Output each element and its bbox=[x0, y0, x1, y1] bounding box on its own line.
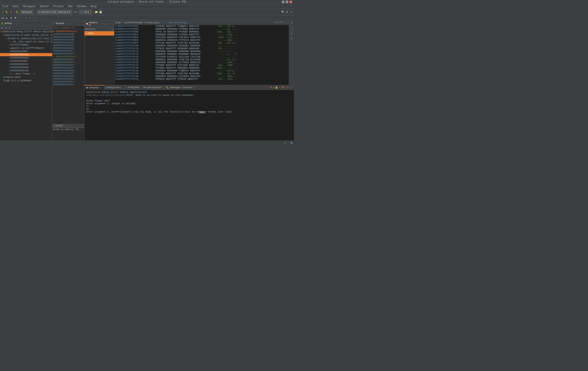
disass-row-13[interactable]: 000055555555eaff: bbox=[52, 66, 84, 69]
console-clear-icon[interactable]: ✕ bbox=[273, 86, 274, 89]
menu-project[interactable]: Project bbox=[52, 4, 65, 8]
debug-close[interactable]: ✕ bbox=[13, 22, 15, 25]
skip-icon[interactable]: ⏮ bbox=[1, 16, 4, 20]
right-icon-1[interactable]: A bbox=[289, 21, 294, 26]
disass-row-7[interactable]: 000055555555eaf1: bbox=[52, 50, 84, 52]
console-tab-close[interactable]: ✕ bbox=[101, 87, 102, 89]
status-icon-2[interactable]: ↑ bbox=[287, 142, 288, 144]
small-panel-close[interactable]: ✕ bbox=[65, 125, 66, 127]
menu-run[interactable]: Run bbox=[67, 4, 74, 8]
tree-stack-0[interactable]: ≡ __GI__libc_read() at read.c:27 0x7fff.… bbox=[0, 40, 52, 44]
tree-stack-7[interactable]: ≡ 0x555555559c37 bbox=[0, 63, 52, 66]
disass-max[interactable]: □ bbox=[71, 22, 73, 24]
console-stop-icon[interactable]: ■ bbox=[271, 86, 272, 89]
other-icon[interactable]: ≡ bbox=[290, 11, 293, 14]
console-new-tab[interactable]: + bbox=[285, 86, 286, 89]
search-top-icon[interactable]: 🔍 bbox=[281, 11, 284, 14]
collapse-all-icon[interactable]: ⊟ bbox=[4, 26, 8, 30]
disass-row-17[interactable]: 000055555555eb11: bbox=[52, 78, 84, 80]
console-word-wrap[interactable]: ↩ bbox=[279, 86, 280, 89]
debug-perspective-icon[interactable]: 🐛 bbox=[16, 11, 19, 14]
disass-row-4[interactable]: 000055555555eadf: bbox=[52, 41, 84, 44]
tree-stack-4[interactable]: ≡ 0x55555555eaca bbox=[0, 53, 52, 56]
settings-icon[interactable]: ⚙ bbox=[69, 11, 70, 14]
console-output[interactable]: adventure6 Debug [C/C++ Remote Applicati… bbox=[84, 90, 294, 141]
tree-gdb[interactable]: 🔧 gdb (8.1.0.20180409) bbox=[0, 79, 52, 82]
resume-icon[interactable]: ▶ bbox=[5, 16, 9, 20]
menu-search[interactable]: Search bbox=[38, 4, 50, 8]
target-dropdown[interactable]: ⚙ adventure6 Debug ▼ ⚙ bbox=[37, 10, 72, 14]
tree-item-adventure6[interactable]: ▶ adventure6 Debug [C/C++ Remote Applica… bbox=[0, 30, 52, 33]
tab-registers[interactable]: ⊞ Registers bbox=[104, 85, 124, 89]
menu-window[interactable]: Window bbox=[76, 4, 87, 8]
disass-row-6[interactable]: 000055555555eaea: bbox=[52, 47, 84, 50]
disass-row-2[interactable]: 000055555555ead6: bbox=[52, 36, 84, 39]
srbp-item[interactable]: ★ $rbp bbox=[84, 31, 114, 35]
tree-stack-9[interactable]: ≡ 0x555555557cd0 bbox=[0, 69, 52, 72]
menu-file[interactable]: File bbox=[1, 4, 10, 8]
stop-icon[interactable]: ■ bbox=[10, 11, 13, 14]
memory-menu-icon[interactable]: ≡ bbox=[107, 23, 108, 25]
tree-more-frames[interactable]: ≡ <...more frames...> bbox=[0, 72, 52, 76]
console-menu[interactable]: ≡ bbox=[287, 86, 289, 89]
memory-view-close[interactable]: ✕ bbox=[162, 22, 164, 24]
disass-row-8[interactable]: 000055555555eaf4: bbox=[52, 52, 84, 55]
add-monitor-icon[interactable]: + bbox=[102, 23, 104, 25]
disass-row-15[interactable]: 000055555555eb03: bbox=[52, 72, 84, 75]
tab-debugger-console[interactable]: 🐛 Debugger Console bbox=[164, 85, 195, 89]
tab-problems[interactable]: ⚠ Problems bbox=[124, 85, 142, 89]
step-into-icon[interactable]: ↓ bbox=[20, 16, 23, 20]
disass-row-0[interactable]: ▶ 000055555555eaca: bbox=[52, 30, 84, 33]
disass-row-16[interactable]: 000055555555eb0a: bbox=[52, 75, 84, 78]
tree-stack-2[interactable]: ≡ wgetch() at 0x7ffff7bbe947 bbox=[0, 47, 52, 50]
tree-stack-1[interactable]: ≡ 0x7ffff7bbddf1 bbox=[0, 44, 52, 47]
disass-row-3[interactable]: 000055555555ead8: bbox=[52, 39, 84, 41]
disass-row-10[interactable]: 000055555555eafc: bbox=[52, 58, 84, 61]
small-panel-max[interactable]: □ bbox=[69, 125, 70, 127]
disass-row-18[interactable]: 000055555555eb17: bbox=[52, 80, 84, 83]
tree-item-thread[interactable]: ⚡ Thread #1 [adventurev6_str] 2233 [core… bbox=[0, 37, 52, 40]
menu-icon[interactable]: ⋮ bbox=[49, 26, 52, 30]
tab-executables[interactable]: ▶ Executables bbox=[142, 85, 164, 89]
remove-monitor-icon[interactable]: ✕ bbox=[105, 23, 106, 25]
remove-icon[interactable]: ✕ bbox=[110, 28, 111, 31]
tree-item-process[interactable]: ⚙ adventurev6_stripped [2233] [cores: 0] bbox=[0, 33, 52, 37]
disass-close[interactable]: ✕ bbox=[66, 22, 67, 25]
console-pin[interactable]: 📌 bbox=[281, 86, 284, 89]
step-over-icon[interactable]: ↷ bbox=[24, 16, 28, 20]
disconnect-icon[interactable]: ⊘ bbox=[8, 26, 11, 30]
suspend-icon[interactable]: ⏸ bbox=[10, 16, 13, 20]
right-icon-4[interactable]: ⊟ bbox=[289, 36, 294, 41]
expand-all-icon[interactable]: ⊞ bbox=[0, 26, 4, 30]
maximize-button[interactable]: □ bbox=[285, 0, 288, 3]
mem-icon1[interactable]: 1010 bbox=[274, 22, 278, 24]
memory-min[interactable]: _ bbox=[109, 23, 111, 25]
disass-row-12[interactable]: 000055555555eafe: bbox=[52, 64, 84, 66]
status-icon-3[interactable]: 🔧 bbox=[290, 142, 293, 144]
folder-icon[interactable]: 📁 bbox=[95, 11, 98, 14]
disass-min[interactable]: _ bbox=[69, 22, 70, 24]
minimize-button[interactable]: ─ bbox=[282, 0, 284, 3]
menu-help[interactable]: Help bbox=[89, 4, 98, 8]
step-return-icon[interactable]: ↑ bbox=[28, 16, 32, 20]
perspective-icon[interactable]: ⊞ bbox=[285, 11, 289, 14]
bug-icon[interactable]: 🐛 bbox=[5, 11, 9, 14]
disass-row-9[interactable]: ⇒ 000055555555eaf7: bbox=[52, 55, 84, 58]
add-icon[interactable]: + bbox=[107, 28, 109, 31]
save-icon[interactable]: 💾 bbox=[99, 11, 102, 14]
tree-stack-6[interactable]: ≡ 0x5555555a02a bbox=[0, 59, 52, 63]
right-icon-3[interactable]: ⊞ bbox=[289, 31, 294, 36]
disass-row-11[interactable]: 000055555555eafd: bbox=[52, 61, 84, 64]
menu-navigate[interactable]: Navigate bbox=[22, 4, 37, 8]
right-icon-2[interactable]: ≡ bbox=[289, 26, 294, 31]
tree-stack-3[interactable]: ≡ 0x5555555a8f0 bbox=[0, 50, 52, 53]
back-icon[interactable]: ◁ bbox=[1, 11, 4, 14]
close-button[interactable]: ✕ bbox=[289, 0, 292, 3]
tree-stack-8[interactable]: ≡ 0x55555555ad35 bbox=[0, 66, 52, 69]
on-dropdown[interactable]: -- ▼ ⚙ bbox=[79, 10, 92, 14]
memory-close[interactable]: ✕ bbox=[100, 23, 102, 25]
debug-dropdown[interactable]: Debug ▼ bbox=[20, 10, 34, 14]
tree-remote-shell[interactable]: 🖥 Remote Shell bbox=[0, 76, 52, 79]
console-scroll-lock[interactable]: 🔒 bbox=[275, 86, 278, 89]
disass-row-1[interactable]: 000055555555ead0: bbox=[52, 33, 84, 36]
